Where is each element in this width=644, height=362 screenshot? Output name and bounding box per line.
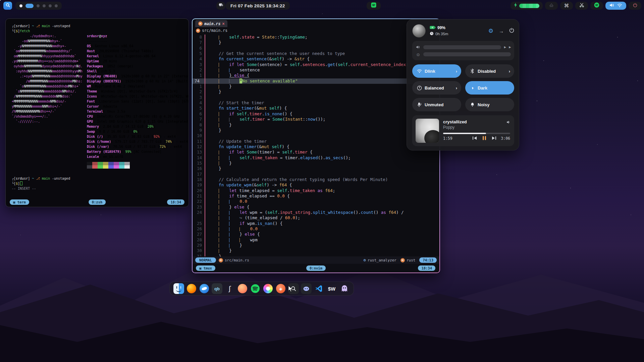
code-line[interactable]: 5 fn start_timer(&mut self) { — [193, 106, 439, 111]
workspace-dot[interactable] — [43, 4, 46, 7]
code-line[interactable]: 23 } else { — [193, 204, 439, 210]
power-icon[interactable] — [509, 28, 514, 34]
code-line[interactable]: 28 wpm — [193, 237, 439, 243]
prompt-input[interactable]: └[$] — [12, 181, 189, 186]
battery-indicator[interactable] — [511, 2, 543, 10]
code-line[interactable]: 10 — [193, 133, 439, 138]
screenshot-button[interactable] — [575, 2, 588, 10]
code-line[interactable]: 4 // Start the timer — [193, 100, 439, 106]
code-line[interactable]: 25 if wpm.is_nan() { — [193, 221, 439, 226]
chevron-right-icon[interactable]: ▸ — [504, 45, 506, 49]
chevron-right-icon[interactable]: › — [456, 85, 457, 90]
notifications-button[interactable] — [216, 2, 225, 10]
toggle-noisy[interactable]: Noisy — [465, 98, 514, 111]
tmux-window-pill[interactable]: 0:zsh — [89, 199, 106, 205]
dock-icon-firefox[interactable] — [186, 283, 197, 294]
dock-icon-ghostty[interactable] — [339, 283, 350, 294]
code-line[interactable]: 13 if let Some(timer) = self.timer { — [193, 149, 439, 155]
workspace-occupied[interactable] — [19, 4, 22, 7]
chevron-right-icon[interactable]: ▸ — [509, 45, 511, 49]
eject-button[interactable] — [545, 2, 558, 10]
toggle-dlink[interactable]: Dlink› — [412, 64, 461, 78]
code-line[interactable]: 8 self.state = State::TypingGame; — [193, 35, 439, 40]
code-line[interactable]: 14 self.time_taken = timer.elapsed().as_… — [193, 155, 439, 161]
chevron-right-icon[interactable]: › — [509, 69, 510, 74]
logout-arrow-icon[interactable]: → — [499, 28, 504, 34]
code-line[interactable]: 5 // Get the current sentence the user n… — [193, 51, 439, 56]
code-line[interactable]: 6 if self.timer.is_none() { — [193, 111, 439, 117]
code-line[interactable]: 15 } — [193, 161, 439, 166]
code-line[interactable]: 2 } — [193, 89, 439, 95]
dock-icon-photos[interactable] — [263, 283, 273, 294]
power-button[interactable] — [629, 2, 641, 10]
code-line[interactable]: ↪ (time_elapsed / 60.0); — [193, 215, 439, 221]
tab-main-rs[interactable]: R main.rs × — [195, 20, 227, 27]
brightness-slider[interactable] — [423, 52, 511, 56]
code-line[interactable]: 19 fn update_wpm(&self) -> f64 { — [193, 182, 439, 188]
workspace-dot[interactable] — [37, 4, 40, 7]
app-launcher-button[interactable] — [3, 2, 12, 10]
code-line[interactable]: 7 } — [193, 40, 439, 45]
track-progress-bar[interactable] — [443, 133, 510, 134]
code-line[interactable]: 9 } — [193, 128, 439, 133]
code-line[interactable]: 20 let time_elapsed = self.time_taken as… — [193, 188, 439, 193]
code-line[interactable]: 3 — [193, 95, 439, 100]
toggle-disabled[interactable]: Disabled› — [465, 64, 514, 78]
dock-icon-peach[interactable] — [237, 283, 248, 294]
editor-window[interactable]: R main.rs × R src/main.rs 8 self.state =… — [192, 18, 440, 273]
code-line[interactable]: 4 fn current_sentence(&self) -> &str { — [193, 56, 439, 62]
workspace-indicator[interactable] — [15, 2, 62, 10]
media-volume-icon[interactable] — [506, 119, 511, 125]
code-line[interactable]: 22 0.0 — [193, 199, 439, 204]
code-line[interactable]: 18 // Calculate and return the current t… — [193, 177, 439, 182]
settings-gear-icon[interactable]: ⚙ — [488, 27, 493, 35]
media-indicator[interactable] — [367, 2, 381, 10]
tmux-session-pill[interactable]: ▣ term — [10, 199, 29, 205]
code-line[interactable]: 29 } — [193, 243, 439, 248]
code-line[interactable]: 8 } — [193, 122, 439, 128]
dock-icon-shell[interactable]: ʃ — [224, 283, 235, 294]
previous-track-icon[interactable] — [472, 136, 477, 141]
tmux-window-pill[interactable]: 0:nvim — [306, 265, 326, 271]
dock-icon-discord[interactable] — [301, 283, 312, 294]
code-line[interactable]: 24 let wpm = (self.input_string.split_wh… — [193, 210, 439, 215]
code-line[interactable]: 27 } else { — [193, 232, 439, 237]
workspace-active[interactable] — [25, 4, 34, 8]
workspace-dot[interactable] — [49, 4, 52, 7]
dock-icon-thunderbird[interactable] — [199, 283, 210, 294]
dock-icon-sw[interactable]: $W — [326, 283, 337, 294]
code-line[interactable]: 11 // Update the timer — [193, 139, 439, 144]
code-line[interactable]: 7 self.timer = Some(Instant::now()); — [193, 117, 439, 122]
code-line[interactable]: 6 — [193, 46, 439, 51]
code-line[interactable]: 21 if time_elapsed == 0.0 { — [193, 193, 439, 199]
pause-icon[interactable] — [482, 136, 486, 141]
code-line[interactable]: 1 } else { — [193, 73, 439, 78]
code-line[interactable]: 30 } — [193, 248, 439, 253]
spotify-tray-button[interactable] — [590, 2, 603, 10]
dock-icon-zen-browser[interactable]: ◈ — [275, 283, 286, 294]
command-button[interactable]: ⌘ — [560, 2, 573, 10]
volume-network-button[interactable] — [605, 2, 626, 10]
dock-icon-qbittorrent[interactable]: qb — [212, 283, 222, 294]
tmux-session-pill[interactable]: ▣ tmux — [196, 265, 215, 271]
code-line[interactable]: 26 0.0 — [193, 226, 439, 232]
toggle-balanced[interactable]: Balanced› — [412, 81, 461, 95]
toggle-dark[interactable]: ◑Dark — [465, 81, 514, 95]
chevron-right-icon[interactable]: › — [456, 69, 457, 74]
clock[interactable]: Fri 07 Feb 2025 18:34:22 — [226, 2, 290, 10]
next-track-icon[interactable] — [492, 136, 496, 141]
volume-slider[interactable] — [423, 45, 501, 49]
user-avatar[interactable] — [412, 24, 426, 38]
code-area[interactable]: 8 self.state = State::TypingGame;7 }65 /… — [193, 34, 439, 256]
code-line[interactable]: 2 sentence — [193, 67, 439, 73]
code-line[interactable]: 74 "No sentence available" — [193, 78, 439, 84]
code-line[interactable]: 3 if let Some(sentence) = self.sentences… — [193, 62, 439, 67]
close-icon[interactable]: × — [222, 21, 224, 26]
dock-icon-spotify[interactable] — [250, 283, 261, 294]
workspace-dot[interactable] — [55, 4, 58, 7]
code-line[interactable]: 12 fn update_timer(&mut self) { — [193, 144, 439, 149]
code-line[interactable]: 1 } — [193, 84, 439, 89]
dock-icon-vscode[interactable] — [314, 283, 324, 294]
toggle-unmuted[interactable]: Unmuted — [412, 98, 461, 111]
code-line[interactable]: 16 } — [193, 166, 439, 171]
